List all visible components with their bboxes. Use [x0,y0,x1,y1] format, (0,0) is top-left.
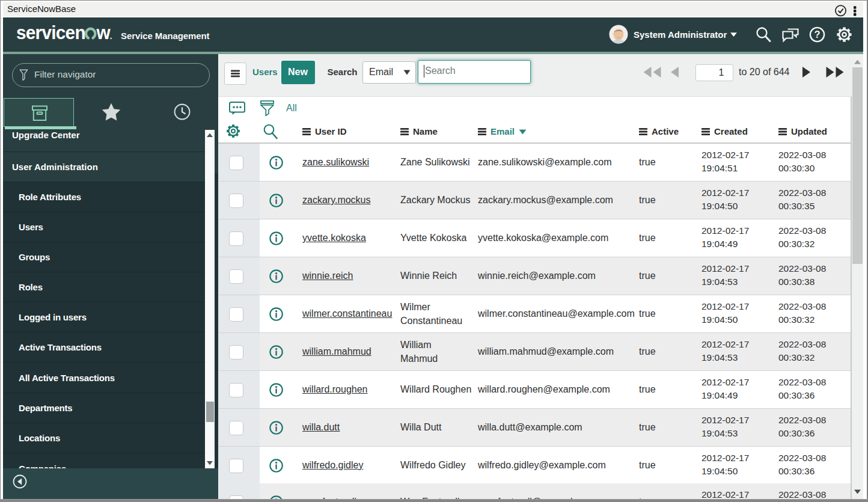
svg-text:?: ? [814,29,820,40]
